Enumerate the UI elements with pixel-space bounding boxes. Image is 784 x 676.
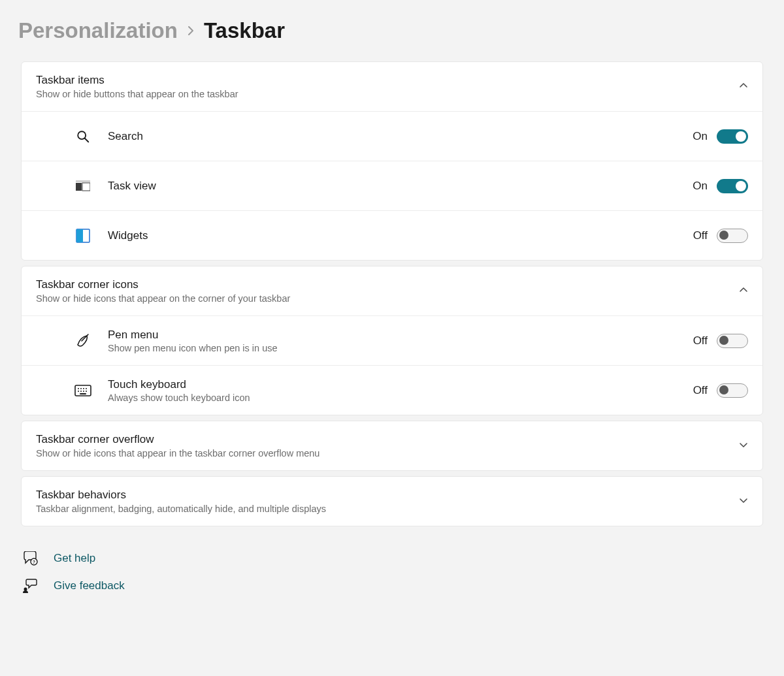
group-title: Taskbar corner overflow [36, 433, 739, 446]
toggle-pen-menu[interactable] [717, 334, 748, 348]
group-behaviors: Taskbar behaviors Taskbar alignment, bad… [21, 476, 763, 526]
widgets-icon [74, 229, 92, 243]
svg-point-20 [24, 588, 27, 591]
toggle-search[interactable] [717, 129, 748, 144]
row-pen-menu: Pen menu Show pen menu icon when pen is … [22, 315, 762, 365]
svg-point-16 [86, 391, 87, 392]
pen-icon [74, 333, 92, 349]
group-corner-overflow: Taskbar corner overflow Show or hide ico… [21, 421, 763, 471]
svg-point-15 [83, 391, 84, 392]
row-label: Search [108, 130, 693, 143]
svg-point-11 [83, 388, 84, 389]
svg-rect-3 [82, 183, 90, 191]
link-label: Get help [54, 552, 95, 565]
group-subtitle: Show or hide icons that appear on the co… [36, 293, 739, 304]
svg-point-10 [80, 388, 82, 389]
link-give-feedback[interactable]: Give feedback [21, 579, 763, 593]
toggle-state-label: On [693, 130, 708, 143]
toggle-widgets[interactable] [717, 229, 748, 243]
svg-rect-4 [76, 180, 90, 182]
chevron-down-icon [739, 496, 748, 507]
toggle-state-label: Off [693, 384, 708, 397]
group-header-taskbar-items[interactable]: Taskbar items Show or hide buttons that … [22, 62, 762, 111]
toggle-state-label: Off [693, 229, 708, 242]
group-subtitle: Show or hide buttons that appear on the … [36, 89, 739, 99]
help-links: ? Get help Give feedback [21, 551, 763, 593]
search-icon [74, 129, 92, 144]
group-header-corner-overflow[interactable]: Taskbar corner overflow Show or hide ico… [22, 421, 762, 470]
help-icon: ? [21, 551, 39, 566]
group-taskbar-items: Taskbar items Show or hide buttons that … [21, 61, 763, 261]
svg-line-1 [85, 138, 89, 142]
group-subtitle: Taskbar alignment, badging, automaticall… [36, 504, 739, 514]
group-title: Taskbar items [36, 74, 739, 87]
svg-point-12 [86, 388, 87, 389]
toggle-state-label: Off [693, 334, 708, 347]
svg-point-14 [80, 391, 82, 392]
row-label: Widgets [108, 229, 693, 242]
svg-rect-2 [76, 183, 82, 191]
toggle-touch-keyboard[interactable] [717, 383, 748, 398]
link-get-help[interactable]: ? Get help [21, 551, 763, 566]
group-header-corner-icons[interactable]: Taskbar corner icons Show or hide icons … [22, 266, 762, 315]
toggle-task-view[interactable] [717, 179, 748, 193]
svg-point-13 [78, 391, 79, 392]
row-sublabel: Show pen menu icon when pen is in use [108, 343, 693, 353]
svg-rect-6 [76, 229, 83, 242]
link-label: Give feedback [54, 579, 125, 592]
keyboard-icon [74, 385, 92, 396]
group-subtitle: Show or hide icons that appear in the ta… [36, 448, 739, 459]
toggle-state-label: On [693, 180, 708, 193]
row-touch-keyboard: Touch keyboard Always show touch keyboar… [22, 365, 762, 415]
feedback-icon [21, 579, 39, 593]
task-view-icon [74, 180, 92, 192]
breadcrumb-parent[interactable]: Personalization [18, 18, 178, 43]
chevron-right-icon [187, 23, 195, 40]
chevron-down-icon [739, 440, 748, 452]
row-search: Search On [22, 111, 762, 161]
group-title: Taskbar corner icons [36, 278, 739, 291]
row-label: Touch keyboard [108, 378, 693, 391]
chevron-up-icon [739, 81, 748, 93]
group-corner-icons: Taskbar corner icons Show or hide icons … [21, 266, 763, 415]
svg-point-9 [78, 388, 79, 389]
group-header-behaviors[interactable]: Taskbar behaviors Taskbar alignment, bad… [22, 477, 762, 526]
breadcrumb: Personalization Taskbar [18, 18, 763, 43]
chevron-up-icon [739, 285, 748, 297]
page-title: Taskbar [204, 18, 285, 43]
row-label: Task view [108, 180, 693, 193]
row-sublabel: Always show touch keyboard icon [108, 393, 693, 403]
row-widgets: Widgets Off [22, 210, 762, 260]
svg-rect-17 [80, 393, 86, 394]
row-task-view: Task view On [22, 161, 762, 210]
svg-text:?: ? [33, 560, 35, 564]
group-title: Taskbar behaviors [36, 489, 739, 502]
row-label: Pen menu [108, 329, 693, 342]
